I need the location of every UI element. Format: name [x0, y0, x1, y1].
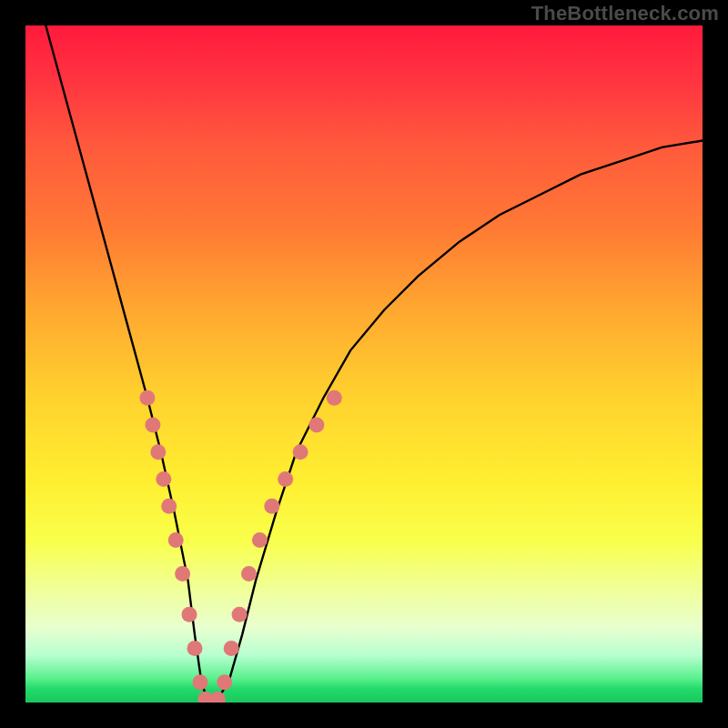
marker-dot — [161, 499, 177, 514]
marker-dot — [327, 390, 342, 406]
marker-dot — [210, 692, 226, 703]
chart-svg — [25, 25, 703, 703]
marker-dot — [217, 674, 232, 690]
marker-dot — [264, 499, 279, 514]
marker-dot — [175, 566, 190, 581]
marker-dot — [139, 390, 155, 406]
chart-frame: TheBottleneck.com — [0, 0, 728, 728]
marker-dot — [232, 607, 248, 622]
marker-dot — [187, 641, 203, 656]
marker-dot — [252, 532, 268, 548]
watermark-text: TheBottleneck.com — [531, 2, 719, 25]
marker-dot — [150, 444, 166, 460]
marker-dot — [224, 641, 239, 656]
marker-dot — [308, 418, 324, 433]
marker-dot-group — [139, 390, 341, 703]
marker-dot — [168, 532, 184, 548]
marker-dot — [156, 471, 171, 487]
marker-dot — [145, 418, 160, 433]
marker-dot — [278, 471, 293, 487]
marker-dot — [182, 607, 197, 622]
marker-dot — [241, 566, 257, 581]
marker-dot — [193, 674, 208, 690]
marker-dot — [293, 444, 308, 460]
bottleneck-curve — [46, 25, 703, 703]
plot-area — [25, 25, 703, 703]
